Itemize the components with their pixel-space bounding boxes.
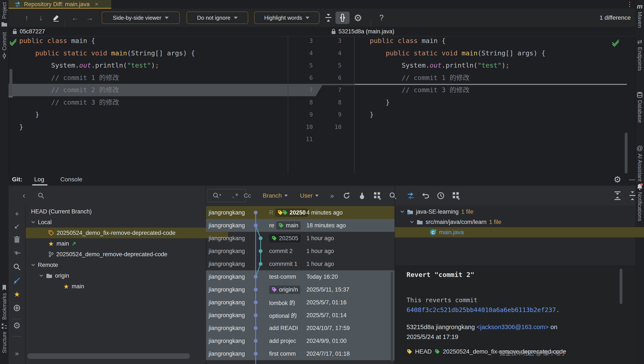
edit-icon[interactable]	[51, 8, 62, 27]
left-tool-stripe: ProjectCommitBookmarksStructure	[0, 0, 9, 364]
stripe-item-structure[interactable]: Structure	[0, 323, 9, 353]
ignore-policy-select[interactable]: Do not ignore	[187, 12, 248, 24]
all-resolved-check-icon	[611, 39, 620, 48]
search-history-icon[interactable]	[211, 186, 223, 206]
commit-row[interactable]: jiangrongkangfirst comm2024/7/17, 01:18	[206, 347, 395, 360]
branch-row[interactable]: HEAD (Current Branch)	[26, 206, 211, 217]
match-case-toggle[interactable]: Cc	[241, 186, 253, 206]
history-clock-icon[interactable]	[435, 186, 447, 206]
sync-scroll-toggle[interactable]	[335, 12, 350, 24]
branch-row[interactable]: 20250524_demo_remove-deprecated-code	[26, 249, 228, 260]
code-line: }	[19, 108, 195, 121]
regex-toggle[interactable]: .*	[229, 186, 241, 206]
code-line	[370, 121, 545, 133]
tab-console[interactable]: Console	[60, 173, 82, 186]
user-filter[interactable]: User	[300, 186, 319, 206]
branch-row[interactable]: Local	[26, 217, 211, 228]
endpoints-icon: ⇄	[636, 38, 643, 45]
more-menu-icon[interactable]: ⋮	[626, 0, 633, 8]
more-icon[interactable]: »	[9, 348, 25, 359]
search-everywhere-icon[interactable]	[387, 186, 399, 206]
viewer-mode-value: Side-by-side viewer	[113, 14, 161, 21]
commit-row[interactable]: jiangrongkangremain18 minutes ago	[206, 219, 395, 232]
branch-icon	[48, 251, 54, 257]
collapse-all-icon[interactable]	[626, 186, 638, 206]
paint-filter-icon[interactable]	[356, 186, 368, 206]
commit-row[interactable]: jiangrongkangcommmit 11 hour ago	[206, 258, 395, 270]
lock-icon	[13, 28, 17, 34]
horizontal-scrollbar-thumb[interactable]	[28, 353, 190, 359]
viewer-mode-select[interactable]: Side-by-side viewer	[102, 12, 180, 24]
ref-label-chip: 20250	[275, 208, 308, 217]
commit-row[interactable]: jiangrongkangadd projec2024/9/9, 01:00	[206, 334, 395, 347]
branch-row[interactable]: origin	[26, 270, 219, 281]
branch-row[interactable]: 20250524_demo_fix-remove-deprecated-code	[26, 228, 228, 238]
previous-change-button[interactable]: ↑	[22, 8, 32, 27]
left-code-pane[interactable]: public class main { public static void m…	[19, 35, 195, 146]
refresh-icon[interactable]	[341, 186, 353, 206]
next-change-button[interactable]: ↓	[36, 8, 46, 27]
more-filters-icon[interactable]: »	[328, 186, 336, 206]
search-icon[interactable]	[36, 186, 46, 206]
find-icon[interactable]	[9, 261, 25, 272]
commit-row[interactable]: jiangrongkangtest-commToday 16:20	[206, 270, 395, 283]
chevron-down-icon	[165, 17, 169, 19]
tab-log[interactable]: Log	[34, 173, 44, 186]
tab-repository-diff[interactable]: Repository Diff: main.java ×	[9, 0, 111, 8]
new-branch-button[interactable]: +	[9, 208, 25, 220]
stripe-item-project[interactable]: Project	[0, 2, 9, 27]
left-change-marker	[9, 96, 13, 98]
gear-icon[interactable]: ⚙	[352, 8, 364, 27]
close-icon[interactable]: ×	[95, 1, 98, 8]
commit-row[interactable]: jiangrongkangR202504 minutes ago	[206, 206, 395, 219]
highlight-mode-select[interactable]: Highlight words	[254, 12, 319, 24]
presentation-settings-icon[interactable]	[371, 186, 384, 206]
branch-filter[interactable]: Branch	[263, 186, 288, 206]
stripe-item-bookmarks[interactable]: Bookmarks	[0, 284, 9, 320]
help-button[interactable]: ?	[376, 8, 387, 27]
commit-row[interactable]: jiangrongkangadd READI2024/10/7, 17:59	[206, 322, 395, 334]
details-divider	[395, 266, 635, 266]
gear-icon[interactable]: ⚙	[614, 173, 621, 186]
branch-row[interactable]: Remote	[26, 260, 211, 270]
author-email-link[interactable]: <jackson3306@163.com>	[476, 324, 548, 330]
changed-file-row[interactable]: Cmain.java	[395, 227, 644, 238]
changed-file-row[interactable]: src/main/java/com/learn1 file	[395, 217, 644, 227]
commit-row[interactable]: jiangrongkangcommit 21 hour ago	[206, 245, 395, 258]
collapse-panel-icon[interactable]: ‹	[20, 186, 28, 206]
delete-branch-icon[interactable]	[9, 234, 25, 245]
details-scrollbar-thumb[interactable]	[619, 268, 622, 304]
stripe-item-database[interactable]: Database	[635, 92, 644, 123]
forward-button[interactable]: →	[85, 8, 95, 27]
commit-author: jiangrongkang	[209, 322, 245, 334]
favorite-star-icon[interactable]: ★	[9, 289, 25, 300]
stripe-item-ai-assistant[interactable]: @AI Assistant	[635, 145, 644, 182]
checkout-blue-icon[interactable]	[9, 275, 25, 286]
fetch-icon[interactable]	[9, 248, 25, 259]
left-scrollbar-thumb[interactable]	[10, 69, 13, 96]
stripe-item-commit[interactable]: Commit	[0, 32, 9, 59]
ref-label-text: origin/n	[279, 286, 298, 293]
stripe-item-maven[interactable]: mMaven	[635, 3, 644, 28]
checkout-arrow-icon[interactable]: ↙	[9, 221, 25, 232]
changed-file-row[interactable]: java-SE-learning1 file	[395, 206, 641, 217]
commit-row[interactable]: jiangrongkangoptional 的2025/5/7, 01:14	[206, 309, 395, 322]
tag-icon	[48, 230, 54, 236]
expand-all-icon[interactable]	[611, 186, 623, 206]
commit-row[interactable]: jiangrongkang2025051 hour ago	[206, 232, 395, 245]
navigate-target-icon[interactable]	[9, 302, 25, 314]
back-button[interactable]: ←	[70, 8, 80, 27]
gear-icon[interactable]: ⚙	[9, 320, 25, 331]
right-code-pane[interactable]: public class main { public static void m…	[370, 35, 545, 133]
hide-panel-icon[interactable]: —	[629, 173, 635, 186]
branch-row[interactable]: ★main↗	[26, 238, 228, 249]
commit-row[interactable]: jiangrongkangorigin/n2025/5/11, 15:37	[206, 283, 395, 296]
undo-icon[interactable]	[420, 186, 432, 206]
layout-settings-icon[interactable]	[450, 186, 463, 206]
compare-diff-icon[interactable]	[405, 186, 417, 206]
commit-row[interactable]: jiangrongkanglombok 的2025/5/7, 01:16	[206, 296, 395, 309]
commit-list-scrollbar-thumb[interactable]	[391, 272, 393, 362]
stripe-item-endpoints[interactable]: ⇄Endpoints	[635, 38, 644, 71]
commit-hash-link[interactable]: 6408f3c2c521db25bb44010a6a6eb6113b2ef237	[406, 306, 556, 314]
collapse-unchanged-icon[interactable]	[323, 8, 334, 27]
